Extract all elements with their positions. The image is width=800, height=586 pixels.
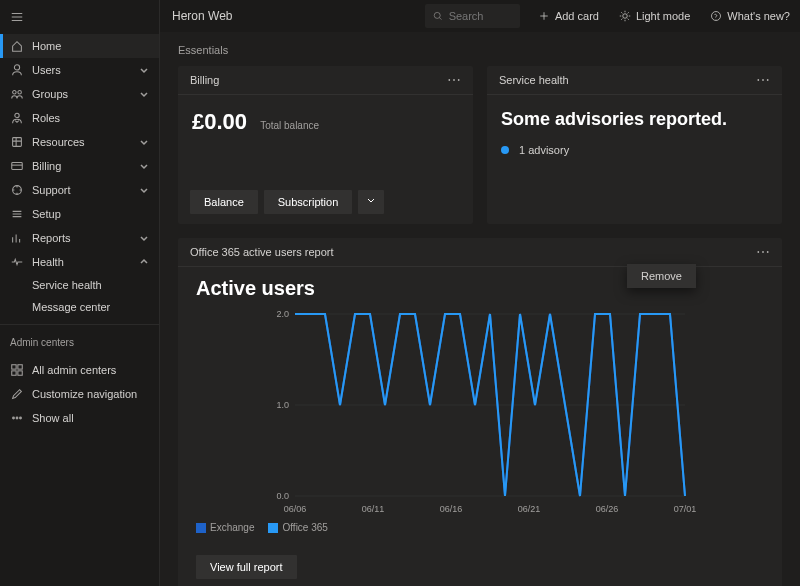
search-box[interactable]: [425, 4, 520, 28]
svg-point-3: [15, 113, 19, 117]
light-mode-button[interactable]: Light mode: [609, 0, 700, 32]
subscription-button[interactable]: Subscription: [264, 190, 353, 214]
sidebar-item-home[interactable]: Home: [0, 34, 159, 58]
chevron-down-icon: [139, 137, 149, 147]
chevron-down-icon: [139, 185, 149, 195]
billing-card: Billing ⋯ £0.00 Total balance Balance Su…: [178, 66, 473, 224]
sidebar-item-label: Service health: [32, 279, 149, 291]
legend-swatch-icon: [268, 523, 278, 533]
chevron-down-icon: [139, 89, 149, 99]
sidebar-item-billing[interactable]: Billing: [0, 154, 159, 178]
svg-text:06/21: 06/21: [518, 504, 541, 514]
view-full-report-button[interactable]: View full report: [196, 555, 297, 579]
svg-point-12: [16, 417, 18, 419]
active-users-report-card: Office 365 active users report ⋯ Active …: [178, 238, 782, 586]
roles-icon: [10, 111, 24, 125]
svg-text:06/11: 06/11: [362, 504, 385, 514]
sidebar: HomeUsersGroupsRolesResourcesBillingSupp…: [0, 0, 160, 586]
sidebar-item-groups[interactable]: Groups: [0, 82, 159, 106]
chevron-down-icon: [139, 233, 149, 243]
reports-icon: [10, 231, 24, 245]
search-icon: [433, 10, 443, 22]
chevron-down-icon: [139, 161, 149, 171]
health-headline: Some advisories reported.: [501, 109, 768, 130]
hamburger-menu[interactable]: [0, 6, 159, 30]
svg-point-15: [623, 14, 628, 19]
subscription-dropdown[interactable]: [358, 190, 384, 214]
question-icon: [710, 10, 722, 22]
sidebar-item-reports[interactable]: Reports: [0, 226, 159, 250]
sidebar-item-service-health[interactable]: Service health: [32, 274, 159, 296]
sidebar-item-label: Billing: [32, 160, 139, 172]
sidebar-item-label: Customize navigation: [32, 388, 149, 400]
add-card-button[interactable]: Add card: [528, 0, 609, 32]
sidebar-item-show-all[interactable]: Show all: [0, 406, 159, 430]
svg-text:2.0: 2.0: [276, 309, 289, 319]
billing-card-more[interactable]: ⋯: [447, 76, 461, 84]
sidebar-item-label: Groups: [32, 88, 139, 100]
svg-text:0.0: 0.0: [276, 491, 289, 501]
sidebar-item-setup[interactable]: Setup: [0, 202, 159, 226]
context-menu: Remove: [627, 264, 696, 288]
sidebar-item-health[interactable]: Health: [0, 250, 159, 274]
sidebar-item-support[interactable]: Support: [0, 178, 159, 202]
chart-legend: Exchange Office 365: [196, 522, 764, 533]
home-icon: [10, 39, 24, 53]
sidebar-item-label: Setup: [32, 208, 149, 220]
sidebar-item-label: All admin centers: [32, 364, 149, 376]
main: Heron Web Add card Light mode What's new…: [160, 0, 800, 586]
svg-point-0: [14, 65, 19, 70]
topbar: Heron Web Add card Light mode What's new…: [160, 0, 800, 32]
balance-button[interactable]: Balance: [190, 190, 258, 214]
legend-swatch-icon: [196, 523, 206, 533]
svg-text:1.0: 1.0: [276, 400, 289, 410]
chevron-up-icon: [139, 257, 149, 267]
support-icon: [10, 183, 24, 197]
svg-point-14: [434, 12, 440, 18]
remove-menu-item[interactable]: Remove: [641, 270, 682, 282]
pencil-icon: [10, 387, 24, 401]
brand-title: Heron Web: [160, 9, 425, 23]
svg-text:07/01: 07/01: [674, 504, 697, 514]
group-icon: [10, 87, 24, 101]
billing-card-title: Billing: [190, 74, 447, 86]
svg-point-13: [20, 417, 22, 419]
resources-icon: [10, 135, 24, 149]
sidebar-item-roles[interactable]: Roles: [0, 106, 159, 130]
whats-new-button[interactable]: What's new?: [700, 0, 800, 32]
svg-point-1: [13, 91, 17, 95]
active-users-chart: 0.01.02.006/0606/1106/1606/2106/2607/01: [196, 308, 764, 518]
status-dot-icon: [501, 146, 509, 154]
sidebar-item-label: Resources: [32, 136, 139, 148]
plus-icon: [538, 10, 550, 22]
sidebar-item-resources[interactable]: Resources: [0, 130, 159, 154]
advisory-text: 1 advisory: [519, 144, 569, 156]
svg-rect-8: [18, 365, 22, 369]
advisory-row[interactable]: 1 advisory: [501, 144, 768, 156]
chevron-down-icon: [139, 65, 149, 75]
grid-icon: [10, 363, 24, 377]
svg-text:06/06: 06/06: [284, 504, 307, 514]
sidebar-item-label: Message center: [32, 301, 149, 313]
billing-icon: [10, 159, 24, 173]
health-card-title: Service health: [499, 74, 756, 86]
health-icon: [10, 255, 24, 269]
report-card-more[interactable]: ⋯: [756, 248, 770, 256]
sidebar-item-customize-navigation[interactable]: Customize navigation: [0, 382, 159, 406]
svg-rect-4: [13, 138, 22, 147]
setup-icon: [10, 207, 24, 221]
sidebar-item-label: Reports: [32, 232, 139, 244]
health-card-more[interactable]: ⋯: [756, 76, 770, 84]
svg-text:06/16: 06/16: [440, 504, 463, 514]
sidebar-item-label: Roles: [32, 112, 149, 124]
user-icon: [10, 63, 24, 77]
sidebar-item-all-admin-centers[interactable]: All admin centers: [0, 358, 159, 382]
admin-centers-label: Admin centers: [0, 324, 159, 354]
search-input[interactable]: [449, 10, 512, 22]
billing-amount: £0.00: [192, 109, 247, 135]
chevron-down-icon: [366, 196, 376, 206]
report-card-title: Office 365 active users report: [190, 246, 756, 258]
svg-rect-10: [18, 371, 22, 375]
sidebar-item-users[interactable]: Users: [0, 58, 159, 82]
sidebar-item-message-center[interactable]: Message center: [32, 296, 159, 318]
